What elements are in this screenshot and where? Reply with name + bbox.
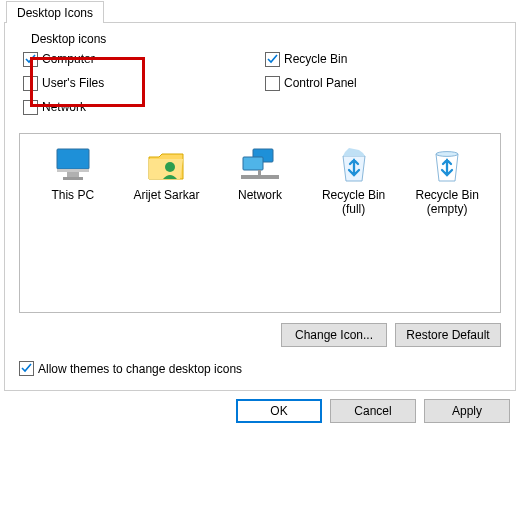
- ok-button[interactable]: OK: [236, 399, 322, 423]
- apply-button[interactable]: Apply: [424, 399, 510, 423]
- checkbox-icon: [265, 52, 280, 67]
- icon-label: This PC: [29, 188, 117, 202]
- checkbox-label: Control Panel: [284, 76, 357, 90]
- svg-rect-1: [57, 169, 89, 172]
- icon-this-pc[interactable]: This PC: [29, 146, 117, 202]
- checkbox-column-left: Computer User's Files Network: [23, 47, 255, 119]
- checkbox-label: Allow themes to change desktop icons: [38, 362, 242, 376]
- checkbox-label: Recycle Bin: [284, 52, 347, 66]
- svg-point-9: [436, 152, 458, 157]
- checkbox-users-files[interactable]: User's Files: [23, 71, 255, 95]
- cancel-button[interactable]: Cancel: [330, 399, 416, 423]
- checkbox-icon: [23, 76, 38, 91]
- tab-label: Desktop Icons: [17, 6, 93, 20]
- svg-point-4: [165, 162, 175, 172]
- icon-preview-frame: This PC Arijet Sarkar: [19, 133, 501, 313]
- checkbox-computer[interactable]: Computer: [23, 47, 255, 71]
- desktop-icons-group: Desktop icons Computer User's Files Netw…: [19, 41, 501, 347]
- icon-label: Recycle Bin (empty): [403, 188, 491, 217]
- svg-rect-0: [57, 149, 89, 169]
- tab-desktop-icons[interactable]: Desktop Icons: [6, 1, 104, 23]
- icon-recycle-bin-full[interactable]: Recycle Bin (full): [310, 146, 398, 217]
- icon-user-folder[interactable]: Arijet Sarkar: [122, 146, 210, 202]
- tab-strip: Desktop Icons: [0, 0, 520, 22]
- recycle-bin-full-icon: [310, 146, 398, 184]
- groupbox-title: Desktop icons: [27, 32, 110, 46]
- icon-label: Network: [216, 188, 304, 202]
- checkbox-column-right: Recycle Bin Control Panel: [265, 47, 497, 119]
- checkbox-label: Computer: [42, 52, 95, 66]
- restore-default-button[interactable]: Restore Default: [395, 323, 501, 347]
- checkbox-label: User's Files: [42, 76, 104, 90]
- checkbox-label: Network: [42, 100, 86, 114]
- icon-recycle-bin-empty[interactable]: Recycle Bin (empty): [403, 146, 491, 217]
- dialog-button-row: OK Cancel Apply: [0, 399, 520, 433]
- checkbox-icon: [265, 76, 280, 91]
- checkbox-control-panel[interactable]: Control Panel: [265, 71, 497, 95]
- icon-buttons-row: Change Icon... Restore Default: [19, 323, 501, 347]
- change-icon-button[interactable]: Change Icon...: [281, 323, 387, 347]
- tab-body: Desktop icons Computer User's Files Netw…: [4, 22, 516, 391]
- svg-rect-6: [243, 157, 263, 170]
- checkbox-icon: [23, 100, 38, 115]
- network-icon: [216, 146, 304, 184]
- checkbox-network[interactable]: Network: [23, 95, 255, 119]
- pc-icon: [29, 146, 117, 184]
- icon-label: Arijet Sarkar: [122, 188, 210, 202]
- userfolder-icon: [122, 146, 210, 184]
- svg-rect-3: [63, 177, 83, 180]
- checkbox-icon: [19, 361, 34, 376]
- icon-network[interactable]: Network: [216, 146, 304, 202]
- allow-themes-checkbox[interactable]: Allow themes to change desktop icons: [19, 361, 501, 376]
- recycle-bin-empty-icon: [403, 146, 491, 184]
- checkbox-recycle-bin[interactable]: Recycle Bin: [265, 47, 497, 71]
- svg-rect-2: [67, 172, 79, 177]
- svg-rect-8: [258, 170, 261, 176]
- icon-label: Recycle Bin (full): [310, 188, 398, 217]
- checkbox-icon: [23, 52, 38, 67]
- checkbox-grid: Computer User's Files Network Recycle Bi…: [19, 41, 501, 119]
